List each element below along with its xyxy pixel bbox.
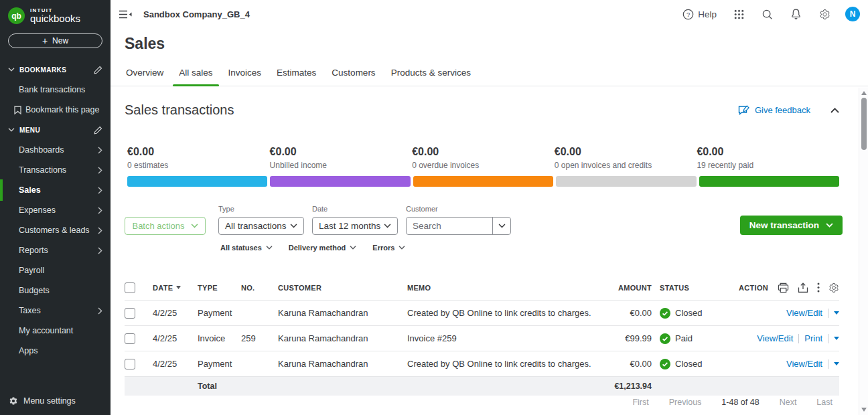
tab-products-services[interactable]: Products & services (385, 68, 477, 86)
filter-errors[interactable]: Errors (372, 244, 405, 252)
scroll-down-arrow-icon[interactable] (861, 408, 867, 412)
sidebar-item-apps[interactable]: Apps (0, 341, 111, 361)
sidebar-item-taxes[interactable]: Taxes (0, 301, 111, 321)
chevron-down-icon[interactable] (493, 224, 510, 228)
pagination-next[interactable]: Next (780, 398, 797, 407)
cell-status: Paid (652, 333, 725, 344)
select-all-checkbox[interactable] (125, 282, 135, 293)
row-checkbox[interactable] (125, 359, 135, 369)
bar-segment-0-open-invoices-and-credits (556, 176, 696, 187)
new-button[interactable]: + New (8, 33, 102, 48)
help-button[interactable]: ? Help (682, 9, 717, 20)
sidebar-item-reports[interactable]: Reports (0, 240, 111, 260)
sidebar-item-customers-leads[interactable]: Customers & leads (0, 220, 111, 240)
tab-overview[interactable]: Overview (120, 68, 169, 86)
sidebar-item-expenses[interactable]: Expenses (0, 200, 111, 220)
action-dropdown-caret-icon[interactable] (834, 362, 839, 365)
apps-grid-icon[interactable] (734, 9, 744, 19)
column-header-type[interactable]: TYPE (198, 284, 241, 292)
give-feedback-link[interactable]: Give feedback (738, 105, 810, 116)
sidebar-item-transactions[interactable]: Transactions (0, 160, 111, 180)
settings-gear-icon[interactable] (819, 9, 830, 20)
column-header-memo[interactable]: MEMO (407, 284, 591, 292)
avatar[interactable]: N (845, 7, 860, 21)
edit-menu-icon[interactable] (94, 126, 102, 135)
filter-label: Delivery method (289, 244, 346, 252)
tab-all-sales[interactable]: All sales (173, 68, 218, 86)
action-divider (828, 309, 828, 318)
menu-section-header[interactable]: MENU (0, 120, 111, 140)
export-icon[interactable] (798, 282, 808, 293)
print-icon[interactable] (778, 282, 789, 293)
column-header-amount[interactable]: AMOUNT (591, 284, 652, 292)
action-dropdown-caret-icon[interactable] (834, 311, 839, 315)
sidebar-item-bookmark-this-page[interactable]: Bookmark this page (0, 100, 111, 120)
chevron-down-icon (266, 246, 273, 250)
batch-actions-button[interactable]: Batch actions (125, 217, 206, 235)
menu-header-label: MENU (19, 127, 40, 134)
vertical-scrollbar[interactable] (859, 88, 868, 415)
view-edit-link[interactable]: View/Edit (786, 359, 822, 369)
notifications-bell-icon[interactable] (790, 8, 802, 20)
chevron-right-icon (98, 247, 102, 254)
stat-amount: €0.00 (127, 145, 270, 158)
collapse-sidebar-icon[interactable] (119, 10, 132, 19)
pagination-first[interactable]: First (632, 398, 648, 407)
menu-settings-label: Menu settings (23, 396, 76, 406)
more-options-icon[interactable] (817, 282, 820, 293)
cell-memo: Created by QB Online to link credits to … (407, 308, 591, 318)
table-settings-gear-icon[interactable] (828, 282, 839, 293)
column-header-no[interactable]: NO. (241, 284, 278, 292)
sidebar-item-payroll[interactable]: Payroll (0, 260, 111, 280)
print-link[interactable]: Print (804, 333, 822, 343)
type-select[interactable]: All transactions (218, 217, 304, 235)
qb-logo-icon: qb (8, 7, 25, 24)
collapse-panel-icon[interactable] (830, 108, 839, 113)
bookmarks-section-header[interactable]: BOOKMARKS (0, 60, 111, 80)
sidebar-item-label: Taxes (19, 306, 41, 315)
topbar: Sandbox Company_GB_4 ? Help N (111, 0, 868, 28)
stat-0-open-invoices-and-credits: €0.000 open invoices and credits (555, 145, 697, 170)
pagination-last[interactable]: Last (816, 398, 833, 407)
table-row: 4/2/25Invoice259Karuna RamachandranInvoi… (125, 326, 839, 351)
customer-search-input[interactable]: Search (406, 217, 511, 235)
chevron-right-icon (98, 147, 102, 154)
action-divider (828, 334, 828, 343)
row-checkbox[interactable] (125, 308, 135, 319)
tab-customers[interactable]: Customers (326, 68, 381, 86)
column-header-customer[interactable]: CUSTOMER (278, 284, 407, 292)
new-transaction-button[interactable]: New transaction (740, 216, 843, 235)
action-dropdown-caret-icon[interactable] (834, 337, 839, 340)
pagination-previous[interactable]: Previous (669, 398, 702, 407)
sidebar-item-budgets[interactable]: Budgets (0, 280, 111, 301)
menu-settings[interactable]: Menu settings (0, 391, 111, 411)
tab-invoices[interactable]: Invoices (222, 68, 268, 86)
sales-table: DATE TYPE NO. CUSTOMER MEMO AMOUNT STATU… (125, 278, 839, 396)
status-check-icon (660, 308, 670, 319)
table-row: 4/2/25PaymentKaruna RamachandranCreated … (125, 351, 839, 377)
scrollbar-thumb[interactable] (861, 98, 867, 150)
column-header-status[interactable]: STATUS (652, 284, 725, 292)
scroll-up-arrow-icon[interactable] (861, 91, 867, 95)
tab-estimates[interactable]: Estimates (271, 68, 322, 86)
view-edit-link[interactable]: View/Edit (757, 333, 793, 343)
edit-bookmarks-icon[interactable] (94, 66, 102, 74)
filter-delivery-method[interactable]: Delivery method (289, 244, 357, 252)
column-header-date[interactable]: DATE (153, 284, 198, 292)
chevron-down-icon (399, 246, 405, 250)
sidebar-item-my-accountant[interactable]: My accountant (0, 321, 111, 341)
date-select[interactable]: Last 12 months (312, 217, 398, 235)
sidebar-item-sales[interactable]: Sales (0, 180, 111, 200)
sidebar-item-dashboards[interactable]: Dashboards (0, 140, 111, 160)
stat-amount: €0.00 (697, 145, 839, 158)
search-icon[interactable] (762, 9, 773, 20)
row-checkbox[interactable] (125, 333, 135, 344)
view-edit-link[interactable]: View/Edit (786, 308, 822, 318)
stat-amount: €0.00 (270, 145, 413, 158)
svg-text:?: ? (686, 10, 690, 17)
new-transaction-label: New transaction (749, 220, 819, 230)
sidebar-item-bank-transactions[interactable]: Bank transactions (0, 80, 111, 100)
sidebar-item-label: Bank transactions (19, 85, 85, 94)
sidebar-item-label: Bookmark this page (25, 105, 99, 114)
filter-all-statuses[interactable]: All statuses (220, 244, 273, 252)
